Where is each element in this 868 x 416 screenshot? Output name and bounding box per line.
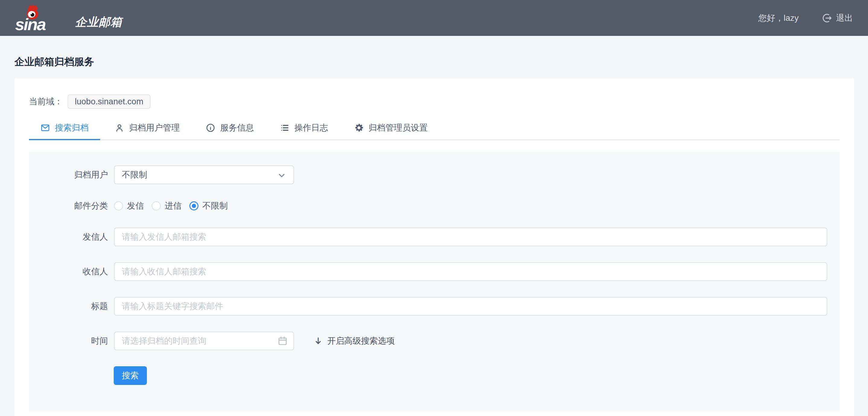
logout-button[interactable]: 退出 <box>821 12 853 24</box>
page-title: 企业邮箱归档服务 <box>14 55 854 68</box>
archive-user-label: 归档用户 <box>29 169 108 181</box>
page-head: 企业邮箱归档服务 <box>0 36 868 68</box>
subject-input[interactable] <box>114 297 827 316</box>
tab-search-archive[interactable]: 搜索归档 <box>29 116 100 139</box>
archive-user-selected-value: 不限制 <box>122 169 147 181</box>
info-icon <box>206 123 215 133</box>
sina-logo: sina <box>15 3 71 33</box>
archive-user-select[interactable]: 不限制 <box>114 165 294 184</box>
tab-label: 操作日志 <box>294 122 328 133</box>
sender-input[interactable] <box>114 228 827 246</box>
tab-archive-user-management[interactable]: 归档用户管理 <box>103 116 191 139</box>
subject-row: 标题 <box>29 297 840 316</box>
logout-label: 退出 <box>836 12 853 24</box>
tab-label: 搜索归档 <box>55 122 89 133</box>
radio-label: 进信 <box>165 200 182 212</box>
subject-label: 标题 <box>29 300 108 312</box>
time-date-picker <box>114 331 294 350</box>
radio-label: 不限制 <box>203 200 228 212</box>
time-label: 时间 <box>29 335 108 347</box>
tab-label: 归档用户管理 <box>129 122 180 133</box>
radio-circle <box>152 201 161 211</box>
tab-bar: 搜索归档 归档用户管理 服务信息 <box>29 116 840 140</box>
app-header: sina 企业邮箱 您好，lazy 退出 <box>0 0 868 36</box>
recipient-label: 收信人 <box>29 266 108 277</box>
current-domain-row: 当前域： luobo.sinanet.com <box>29 94 840 109</box>
brand-logo: sina 企业邮箱 <box>15 0 122 36</box>
button-row: 搜索 <box>114 366 840 385</box>
time-row: 时间 开启高 <box>29 331 840 350</box>
gear-icon <box>354 123 364 133</box>
arrow-down-icon <box>313 336 323 346</box>
tab-operation-log[interactable]: 操作日志 <box>269 116 340 139</box>
current-domain-badge: luobo.sinanet.com <box>67 94 151 109</box>
advanced-search-toggle[interactable]: 开启高级搜索选项 <box>313 335 395 347</box>
mail-icon <box>40 123 50 133</box>
recipient-row: 收信人 <box>29 262 840 281</box>
search-button[interactable]: 搜索 <box>114 366 147 385</box>
mail-category-label: 邮件分类 <box>29 200 108 212</box>
archive-user-row: 归档用户 不限制 <box>29 165 840 184</box>
tab-service-info[interactable]: 服务信息 <box>194 116 266 139</box>
radio-unlimited[interactable]: 不限制 <box>189 200 228 212</box>
main-card: 当前域： luobo.sinanet.com 搜索归档 归档用户管理 <box>14 78 854 416</box>
time-input[interactable] <box>114 331 294 350</box>
header-right: 您好，lazy 退出 <box>758 12 853 24</box>
radio-label: 发信 <box>127 200 144 212</box>
search-form-panel: 归档用户 不限制 邮件分类 发信 <box>29 152 840 412</box>
list-icon <box>280 123 289 133</box>
brand-product-name: 企业邮箱 <box>75 14 122 33</box>
advanced-search-label: 开启高级搜索选项 <box>327 335 395 347</box>
mail-category-row: 邮件分类 发信 进信 不限制 <box>29 200 840 212</box>
chevron-down-icon <box>277 170 287 181</box>
calendar-icon[interactable] <box>277 335 288 346</box>
tab-label: 归档管理员设置 <box>369 122 428 133</box>
screen: sina 企业邮箱 您好，lazy 退出 企业邮箱归档服务 当前域： luobo… <box>0 0 868 416</box>
mail-category-radio-group: 发信 进信 不限制 <box>114 200 236 212</box>
radio-outgoing[interactable]: 发信 <box>114 200 144 212</box>
user-greeting: 您好，lazy <box>758 12 799 24</box>
tab-label: 服务信息 <box>220 122 254 133</box>
radio-circle-selected <box>189 201 198 211</box>
sina-wordmark: sina <box>15 16 45 33</box>
radio-circle <box>114 201 123 211</box>
sender-row: 发信人 <box>29 228 840 246</box>
tab-archive-admin-settings[interactable]: 归档管理员设置 <box>343 116 439 139</box>
current-domain-label: 当前域： <box>29 96 63 107</box>
radio-incoming[interactable]: 进信 <box>152 200 182 212</box>
logout-icon <box>821 12 832 24</box>
user-icon <box>115 123 124 133</box>
sender-label: 发信人 <box>29 231 108 243</box>
recipient-input[interactable] <box>114 262 827 281</box>
